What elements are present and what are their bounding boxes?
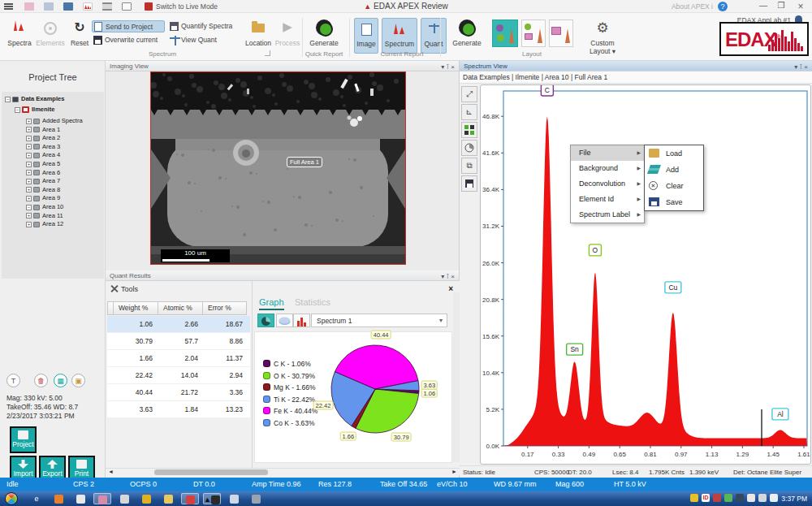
tree-item-area-6[interactable]: +Area 6	[26, 169, 60, 177]
element-label-c[interactable]: C	[541, 85, 553, 96]
tree-item-area-7[interactable]: +Area 7	[26, 177, 60, 185]
save-spectrum-icon[interactable]	[461, 175, 477, 192]
tree-expander-icon[interactable]: +	[26, 187, 32, 192]
element-label-sn[interactable]: Sn	[567, 344, 583, 355]
tree-expander-icon[interactable]: +	[26, 170, 32, 175]
apex-red-icon[interactable]	[181, 493, 199, 504]
speaker-icon[interactable]	[770, 494, 778, 502]
spectrum-view-titlebar[interactable]: Spectrum View ▾⊺×	[460, 61, 812, 71]
tree-expander-icon[interactable]: +	[26, 127, 32, 132]
pie3d-chart-type-button[interactable]	[276, 314, 293, 327]
scroll-thumb[interactable]	[154, 469, 268, 475]
tree-expander-icon[interactable]: −	[26, 205, 32, 210]
tree-item-area-11[interactable]: +Area 11	[26, 212, 63, 220]
column-header[interactable]: Atomic %	[158, 301, 203, 315]
submenu-item-save[interactable]: Save	[645, 194, 703, 210]
copy-spectrum-icon[interactable]: ⧉	[461, 158, 477, 174]
tree-item-area-9[interactable]: +Area 9	[26, 194, 60, 202]
document-icon[interactable]	[71, 493, 89, 504]
submenu-item-add[interactable]: Add	[645, 162, 703, 178]
task-grid-icon[interactable]	[115, 493, 133, 504]
delete-button[interactable]: 🗑	[34, 374, 48, 387]
peak-id-icon[interactable]: ⊾	[461, 104, 477, 120]
table-row[interactable]: 1.662.0411.37	[107, 350, 250, 367]
reset-button[interactable]: ↻ Reset	[65, 18, 94, 54]
spectrum-close-icon[interactable]: ×	[804, 63, 810, 71]
column-header[interactable]: Error %	[202, 301, 247, 315]
table-row[interactable]: 1.062.6618.67	[107, 316, 250, 333]
tree-item-area-4[interactable]: +Area 4	[26, 151, 60, 159]
sem-image[interactable]: Full Area 1 100 um	[150, 71, 406, 265]
quant-results-titlebar[interactable]: Quant Results ▾⊺×	[106, 270, 459, 281]
generate-quick-report-button[interactable]: Generate	[307, 18, 341, 54]
quantify-spectra-button[interactable]: Quantify Spectra	[168, 20, 241, 32]
tree-item-area-12[interactable]: +Area 12	[26, 220, 63, 228]
spectrum-select-dropdown[interactable]: Spectrum 1▾	[311, 314, 447, 327]
edax-apex-icon[interactable]: ▲	[203, 493, 221, 504]
expand-view-icon[interactable]: ⤢	[461, 86, 477, 102]
id-badge-icon[interactable]: ID	[702, 494, 710, 502]
imaging-view-titlebar[interactable]: Imaging View ▾⊺×	[106, 61, 459, 71]
shield-icon[interactable]	[690, 494, 698, 502]
chat-icon[interactable]	[724, 494, 732, 502]
window-icon[interactable]	[225, 493, 243, 504]
start-button[interactable]	[5, 492, 18, 505]
layout-preset-3-button[interactable]	[549, 19, 573, 47]
quant-close-icon[interactable]: ×	[451, 273, 456, 280]
project-button[interactable]: Project	[10, 426, 37, 453]
tree-expander-icon[interactable]: +	[26, 196, 32, 201]
network-icon[interactable]	[758, 494, 767, 502]
table-row[interactable]: 3.631.8413.23	[107, 401, 250, 418]
report-image-button[interactable]: Image	[354, 18, 378, 54]
tree-expander-icon[interactable]: +	[26, 222, 32, 227]
location-button[interactable]: Location	[244, 18, 273, 54]
column-header[interactable]: Weight %	[113, 301, 158, 315]
tree-item-area-10[interactable]: −Area 10	[26, 203, 63, 211]
scroll-left-icon[interactable]: ◄	[108, 469, 114, 474]
chrome-icon[interactable]	[137, 493, 155, 504]
montage-button[interactable]: ▦	[54, 374, 67, 387]
layout-preset-1-button[interactable]	[492, 19, 518, 47]
internet-explorer-icon[interactable]: e	[28, 493, 45, 504]
table-row[interactable]: 40.4421.723.36	[107, 384, 250, 401]
view-quant-button[interactable]: View Quant	[168, 34, 241, 46]
apex-pink-icon[interactable]	[93, 493, 111, 504]
submenu-item-load[interactable]: Load	[645, 145, 703, 162]
tree-expander-icon[interactable]: +	[26, 179, 32, 184]
volume-alert-icon[interactable]	[713, 494, 721, 502]
bar-chart-type-button[interactable]	[293, 314, 310, 327]
tree-item-data-examples[interactable]: −Data Examples	[5, 95, 64, 103]
tree-expander-icon[interactable]: +	[26, 162, 32, 167]
tree-expander-icon[interactable]: +	[26, 119, 32, 124]
report-spectrum-button[interactable]: Spectrum	[382, 18, 417, 54]
layout-preset-2-button[interactable]	[521, 19, 546, 47]
tree-expander-icon[interactable]: −	[5, 97, 11, 102]
menu-item-background[interactable]: Background▶	[571, 161, 644, 176]
about-apex-link[interactable]: About APEX i	[672, 2, 713, 11]
firefox-icon[interactable]	[50, 493, 67, 504]
file-explorer-icon[interactable]	[159, 493, 177, 504]
text-annotation-button[interactable]: T	[6, 374, 20, 387]
imaging-close-icon[interactable]: ×	[451, 63, 456, 71]
graph-scrollbar[interactable]	[453, 292, 460, 462]
elements-button[interactable]: Elements	[36, 18, 65, 54]
send-to-project-button[interactable]: Send to Project	[92, 20, 165, 32]
tree-expander-icon[interactable]: +	[26, 136, 32, 141]
dialog-launcher-icon[interactable]	[265, 50, 270, 56]
tree-expander-icon[interactable]: +	[26, 144, 32, 149]
spectrum-chart-box[interactable]: 0.0K5.2K10.4K15.6K20.8K26.0K31.2K36.4K41…	[480, 84, 811, 465]
table-row[interactable]: 22.4214.042.94	[107, 367, 250, 384]
pie-view-icon[interactable]	[461, 140, 477, 156]
menu-item-file[interactable]: File▶	[571, 145, 644, 161]
generate-current-report-button[interactable]: Generate	[450, 18, 484, 54]
restore-button[interactable]: ❐	[775, 1, 788, 10]
globe-icon[interactable]	[736, 494, 744, 502]
element-label-o[interactable]: O	[589, 244, 601, 256]
custom-layout-button[interactable]: ⚙ Custom Layout ▾	[583, 18, 622, 54]
minimize-button[interactable]: —	[757, 1, 770, 10]
overwrite-current-button[interactable]: Overwrite current	[92, 34, 165, 46]
element-label-cu[interactable]: Cu	[665, 282, 681, 293]
gear-icon[interactable]	[247, 493, 265, 504]
archive-button[interactable]: ▣	[71, 374, 85, 387]
tree-item-area-5[interactable]: +Area 5	[26, 160, 60, 168]
